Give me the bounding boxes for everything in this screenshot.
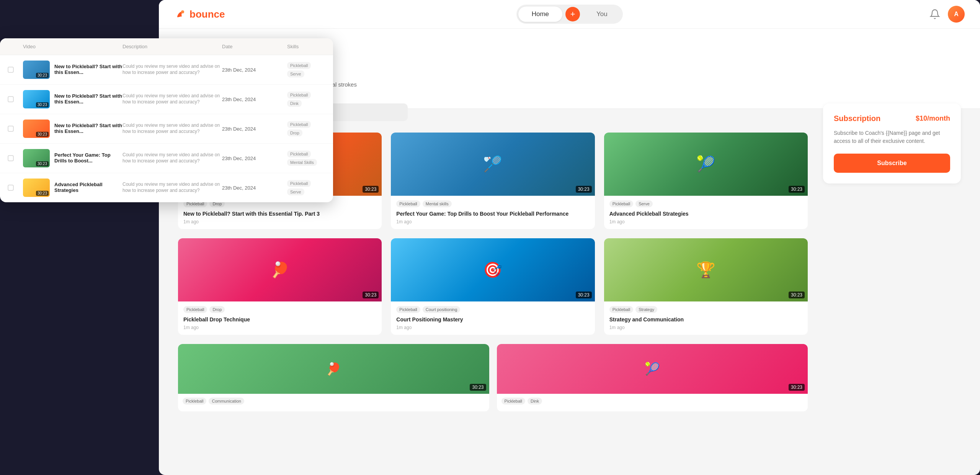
skill-serve-5: Serve	[287, 188, 304, 195]
bell-icon[interactable]	[929, 9, 940, 20]
video-tags-2: Pickleball Mental skills	[396, 200, 589, 207]
row-video-cell-2: 30:23 New to Pickleball? Start with this…	[23, 90, 122, 108]
row-date-1: 23th Dec, 2024	[222, 67, 287, 73]
video-duration-6: 30:23	[789, 292, 805, 298]
tag-pickleball-4: Pickleball	[183, 306, 207, 313]
user-avatar[interactable]: A	[948, 6, 965, 23]
subscription-card: Subscription $10/month Subscribe to Coac…	[823, 103, 961, 183]
row-video-cell-3: 30:23 New to Pickleball? Start with this…	[23, 120, 122, 138]
row-desc-3: Could you review my serve video and advi…	[122, 123, 222, 134]
row-duration-5: 30:23	[36, 191, 49, 196]
nav-add-button[interactable]: +	[565, 7, 580, 21]
row-duration-4: 30:23	[36, 161, 49, 166]
video-card-5[interactable]: 🎯 30:23 Pickleball Court positioning Cou…	[391, 238, 595, 335]
video-time-3: 1m ago	[609, 219, 802, 224]
bottom-video-card-1[interactable]: 🏓 30:23 Pickleball Communication	[178, 344, 489, 411]
row-checkbox-3[interactable]	[8, 126, 14, 132]
row-video-info-5: Advanced Pickleball Strategies	[54, 182, 122, 194]
video-duration-4: 30:23	[363, 292, 379, 298]
tag-drop-4: Drop	[209, 306, 225, 313]
row-date-5: 23th Dec, 2024	[222, 185, 287, 191]
row-skills-5: Pickleball Serve	[287, 180, 333, 195]
col-checkbox	[8, 44, 23, 49]
bottom-card-body-1: Pickleball Communication	[178, 394, 489, 411]
tag-comm-b1: Communication	[209, 398, 244, 405]
video-title-4: Pickleball Drop Technique	[183, 316, 376, 323]
row-video-cell-4: 30:23 Perfect Your Game: Top Drills to B…	[23, 149, 122, 167]
row-duration-1: 30:23	[36, 73, 49, 78]
video-title-5: Court Positioning Mastery	[396, 316, 589, 323]
skill-pickleball-5: Pickleball	[287, 180, 311, 187]
nav-right: A	[929, 6, 965, 23]
skill-pickleball-4: Pickleball	[287, 151, 311, 157]
video-card-body-3: Pickleball Serve Advanced Pickleball Str…	[604, 196, 808, 229]
tag-court-5: Court positioning	[423, 306, 461, 313]
video-thumb-6: 🏆 30:23	[604, 238, 808, 301]
table-row-2[interactable]: 30:23 New to Pickleball? Start with this…	[0, 85, 333, 114]
video-tags-3: Pickleball Serve	[609, 200, 802, 207]
video-duration-2: 30:23	[576, 186, 592, 193]
row-desc-1: Could you review my serve video and advi…	[122, 64, 222, 75]
video-time-6: 1m ago	[609, 325, 802, 330]
tag-pickleball-b1: Pickleball	[183, 398, 206, 405]
video-duration-1: 30:23	[363, 186, 379, 193]
row-skills-1: Pickleball Serve	[287, 62, 333, 77]
video-tags-6: Pickleball Strategy	[609, 306, 802, 313]
col-video: Video	[23, 44, 122, 49]
tag-pickleball-3: Pickleball	[609, 200, 633, 207]
table-header: Video Description Date Skills Views Like…	[0, 38, 333, 55]
bottom-duration-2: 30:23	[789, 384, 805, 391]
skill-pickleball-1: Pickleball	[287, 62, 311, 69]
table-row-1[interactable]: 30:23 New to Pickleball? Start with this…	[0, 55, 333, 85]
bottom-video-card-2[interactable]: 🎾 30:23 Pickleball Dink	[497, 344, 808, 411]
row-checkbox-4[interactable]	[8, 155, 14, 161]
logo-icon	[174, 8, 186, 20]
video-card-6[interactable]: 🏆 30:23 Pickleball Strategy Strategy and…	[604, 238, 808, 335]
video-card-body-6: Pickleball Strategy Strategy and Communi…	[604, 301, 808, 335]
video-time-5: 1m ago	[396, 325, 589, 330]
video-title-1: New to Pickleball? Start with this Essen…	[183, 210, 376, 217]
row-video-title-4: Perfect Your Game: Top Drills to Boost..…	[54, 152, 122, 164]
row-video-title-5: Advanced Pickleball Strategies	[54, 182, 122, 193]
video-thumb-3: 🎾 30:23	[604, 133, 808, 196]
logo-text: bounce	[189, 8, 225, 20]
col-skills: Skills	[287, 44, 333, 49]
video-card-4[interactable]: 🏓 30:23 Pickleball Drop Pickleball Drop …	[178, 238, 382, 335]
row-video-thumb-2: 30:23	[23, 90, 50, 108]
row-video-thumb-5: 30:23	[23, 179, 50, 197]
video-card-body-4: Pickleball Drop Pickleball Drop Techniqu…	[178, 301, 382, 335]
row-video-thumb-3: 30:23	[23, 120, 50, 138]
svg-point-0	[181, 10, 184, 13]
sidebar-subscription: Subscription $10/month Subscribe to Coac…	[823, 103, 961, 464]
table-row-3[interactable]: 30:23 New to Pickleball? Start with this…	[0, 114, 333, 144]
subscribe-button[interactable]: Subscribe	[834, 154, 950, 173]
video-card-2[interactable]: 🏸 30:23 Pickleball Mental skills Perfect…	[391, 133, 595, 229]
video-tags-5: Pickleball Court positioning	[396, 306, 589, 313]
tag-pickleball-2: Pickleball	[396, 200, 420, 207]
row-desc-4: Could you review my serve video and advi…	[122, 152, 222, 164]
subscription-price: $10/month	[916, 115, 950, 123]
video-thumb-4: 🏓 30:23	[178, 238, 382, 301]
bottom-video-row: 🏓 30:23 Pickleball Communication 🎾 30:23	[178, 344, 808, 411]
video-title-2: Perfect Your Game: Top Drills to Boost Y…	[396, 210, 589, 217]
nav-tab-you[interactable]: You	[583, 7, 621, 22]
video-card-3[interactable]: 🎾 30:23 Pickleball Serve Advanced Pickle…	[604, 133, 808, 229]
row-checkbox-2[interactable]	[8, 96, 14, 102]
row-video-info-2: New to Pickleball? Start with this Essen…	[54, 93, 122, 106]
bottom-thumb-2: 🎾 30:23	[497, 344, 808, 394]
row-video-title-1: New to Pickleball? Start with this Essen…	[54, 64, 122, 75]
nav-tab-home[interactable]: Home	[518, 7, 562, 22]
logo[interactable]: bounce	[174, 8, 225, 20]
video-title-6: Strategy and Communication	[609, 316, 802, 323]
video-thumb-2: 🏸 30:23	[391, 133, 595, 196]
table-row-5[interactable]: 30:23 Advanced Pickleball Strategies Cou…	[0, 173, 333, 202]
row-checkbox-5[interactable]	[8, 185, 14, 191]
skill-mental-4: Mental Skills	[287, 159, 317, 166]
top-nav: bounce Home + You A	[159, 0, 980, 29]
row-duration-3: 30:23	[36, 132, 49, 137]
video-thumb-5: 🎯 30:23	[391, 238, 595, 301]
row-video-thumb-4: 30:23	[23, 149, 50, 167]
table-row-4[interactable]: 30:23 Perfect Your Game: Top Drills to B…	[0, 144, 333, 173]
tag-pickleball-5: Pickleball	[396, 306, 420, 313]
row-checkbox-1[interactable]	[8, 67, 14, 73]
